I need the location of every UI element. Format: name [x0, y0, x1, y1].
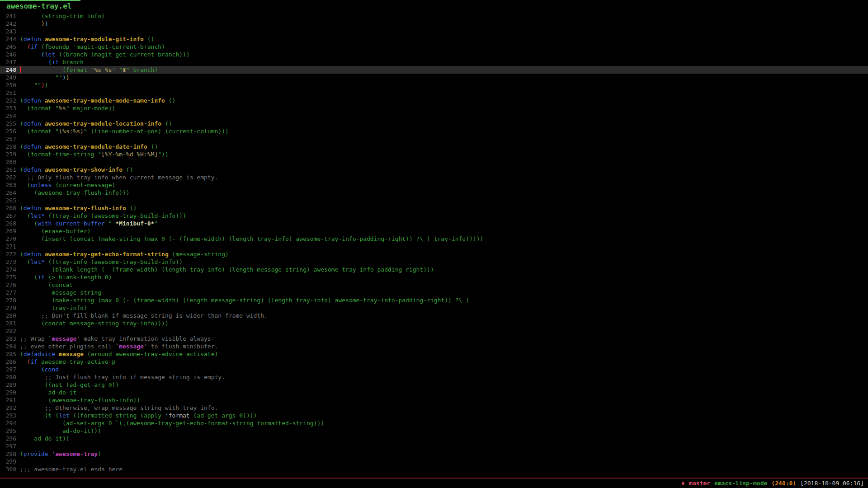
code-line-295[interactable]: 295 ad-do-it))): [0, 427, 868, 435]
line-number: 256: [0, 127, 16, 135]
code-line-296[interactable]: 296 ad-do-it)): [0, 435, 868, 442]
line-content: (format "%s %s" "♜" branch): [16, 66, 158, 74]
line-content: (string-trim info): [16, 12, 105, 20]
code-line-255[interactable]: 255(defun awesome-tray-module-location-i…: [0, 120, 868, 127]
code-line-246[interactable]: 246 (let ((branch (magit-get-current-bra…: [0, 51, 868, 58]
code-line-293[interactable]: 293 (t (let ((formatted-string (apply 'f…: [0, 412, 868, 419]
line-content: [16, 442, 20, 450]
code-line-259[interactable]: 259 (format-time-string "[%Y-%m-%d %H:%M…: [0, 150, 868, 158]
code-line-244[interactable]: 244(defun awesome-tray-module-git-info (…: [0, 35, 868, 43]
line-content: ad-do-it: [16, 389, 76, 396]
line-content: (let ((branch (magit-get-current-branch)…: [16, 51, 190, 58]
datetime-label: [2018-10-09 06:16]: [800, 480, 864, 487]
code-line-249[interactable]: 249 "")): [0, 74, 868, 81]
code-line-286[interactable]: 286 (if awesome-tray-active-p: [0, 358, 868, 366]
line-number: 259: [0, 150, 16, 158]
code-line-272[interactable]: 272(defun awesome-tray-get-echo-format-s…: [0, 250, 868, 258]
code-line-270[interactable]: 270 (insert (concat (make-string (max 0 …: [0, 235, 868, 243]
code-line-245[interactable]: 245 (if (fboundp 'magit-get-current-bran…: [0, 43, 868, 51]
code-line-291[interactable]: 291 (awesome-tray-flush-info)): [0, 396, 868, 404]
line-content: [16, 158, 20, 166]
code-line-266[interactable]: 266(defun awesome-tray-flush-info (): [0, 204, 868, 212]
code-line-263[interactable]: 263 (unless (current-message): [0, 181, 868, 189]
code-line-254[interactable]: 254: [0, 112, 868, 120]
line-content: (with-current-buffer " *Minibuf-0*": [16, 220, 158, 227]
code-line-297[interactable]: 297: [0, 442, 868, 450]
code-line-251[interactable]: 251: [0, 89, 868, 97]
line-number: 285: [0, 350, 16, 358]
line-content: (provide 'awesome-tray): [16, 450, 101, 458]
code-line-282[interactable]: 282: [0, 327, 868, 335]
code-line-277[interactable]: 277 message-string: [0, 289, 868, 296]
line-content: ;;; awesome-tray.el ends here: [16, 465, 123, 473]
code-line-294[interactable]: 294 (ad-set-args 0 `(,(awesome-tray-get-…: [0, 419, 868, 427]
code-line-257[interactable]: 257: [0, 135, 868, 143]
code-line-288[interactable]: 288 ;; Just flush tray info if message s…: [0, 373, 868, 381]
line-number: 265: [0, 197, 16, 204]
code-line-285[interactable]: 285(defadvice message (around awesome-tr…: [0, 350, 868, 358]
line-number: 279: [0, 304, 16, 312]
code-line-250[interactable]: 250 "")): [0, 81, 868, 89]
code-line-283[interactable]: 283;; Wrap `message' make tray informati…: [0, 335, 868, 343]
code-line-261[interactable]: 261(defun awesome-tray-show-info (): [0, 166, 868, 174]
code-line-284[interactable]: 284;; even other plugins call `message' …: [0, 343, 868, 350]
code-line-248[interactable]: 248 (format "%s %s" "♜" branch): [0, 66, 868, 74]
code-line-274[interactable]: 274 (blank-length (- (frame-width) (leng…: [0, 266, 868, 273]
line-number: 246: [0, 51, 16, 58]
awesome-tray: ♜ master emacs-lisp-mode (248:0) [2018-1…: [0, 479, 868, 488]
line-number: 249: [0, 74, 16, 81]
code-line-298[interactable]: 298(provide 'awesome-tray): [0, 450, 868, 458]
code-line-256[interactable]: 256 (format "(%s:%s)" (line-number-at-po…: [0, 127, 868, 135]
line-number: 255: [0, 120, 16, 127]
code-line-243[interactable]: 243: [0, 28, 868, 35]
code-line-253[interactable]: 253 (format "%s" major-mode)): [0, 104, 868, 112]
buffer-tab[interactable]: awesome-tray.el: [0, 0, 80, 10]
code-line-265[interactable]: 265: [0, 197, 868, 204]
code-line-300[interactable]: 300;;; awesome-tray.el ends here: [0, 465, 868, 473]
line-content: (make-string (max 0 (- (frame-width) (le…: [16, 296, 469, 304]
code-line-281[interactable]: 281 (concat message-string tray-info)))): [0, 319, 868, 327]
code-line-264[interactable]: 264 (awesome-tray-flush-info))): [0, 189, 868, 197]
code-line-273[interactable]: 273 (let* ((tray-info (awesome-tray-buil…: [0, 258, 868, 266]
line-content: [16, 243, 20, 250]
code-line-280[interactable]: 280 ;; Don't fill blank if message strin…: [0, 312, 868, 319]
code-line-292[interactable]: 292 ;; Otherwise, wrap message string wi…: [0, 404, 868, 412]
line-content: (defun awesome-tray-module-mode-name-inf…: [16, 97, 175, 104]
code-line-278[interactable]: 278 (make-string (max 0 (- (frame-width)…: [0, 296, 868, 304]
line-number: 267: [0, 212, 16, 220]
code-line-269[interactable]: 269 (erase-buffer): [0, 227, 868, 235]
code-line-252[interactable]: 252(defun awesome-tray-module-mode-name-…: [0, 97, 868, 104]
line-number: 260: [0, 158, 16, 166]
code-line-276[interactable]: 276 (concat: [0, 281, 868, 289]
code-line-247[interactable]: 247 (if branch: [0, 58, 868, 66]
code-line-267[interactable]: 267 (let* ((tray-info (awesome-tray-buil…: [0, 212, 868, 220]
code-line-241[interactable]: 241 (string-trim info): [0, 12, 868, 20]
code-line-262[interactable]: 262 ;; Only flush tray info when current…: [0, 174, 868, 181]
line-content: [16, 28, 20, 35]
code-line-268[interactable]: 268 (with-current-buffer " *Minibuf-0*": [0, 220, 868, 227]
code-line-275[interactable]: 275 (if (> blank-length 0): [0, 273, 868, 281]
code-line-289[interactable]: 289 ((not (ad-get-arg 0)): [0, 381, 868, 389]
line-number: 295: [0, 427, 16, 435]
code-line-299[interactable]: 299: [0, 458, 868, 465]
code-line-279[interactable]: 279 tray-info): [0, 304, 868, 312]
code-buffer[interactable]: 241 (string-trim info)242 ))243244(defun…: [0, 12, 868, 478]
line-content: (if (fboundp 'magit-get-current-branch): [16, 43, 165, 51]
line-content: (format-time-string "[%Y-%m-%d %H:%M]")): [16, 150, 169, 158]
line-number: 261: [0, 166, 16, 174]
code-line-287[interactable]: 287 (cond: [0, 366, 868, 373]
code-line-258[interactable]: 258(defun awesome-tray-module-date-info …: [0, 143, 868, 150]
line-content: [16, 197, 20, 204]
code-line-260[interactable]: 260: [0, 158, 868, 166]
code-line-290[interactable]: 290 ad-do-it: [0, 389, 868, 396]
line-number: 271: [0, 243, 16, 250]
code-line-271[interactable]: 271: [0, 243, 868, 250]
line-content: (awesome-tray-flush-info))): [16, 189, 130, 197]
code-line-242[interactable]: 242 )): [0, 20, 868, 28]
line-content: ;; Wrap `message' make tray information …: [16, 335, 211, 343]
line-content: (erase-buffer): [16, 227, 91, 235]
line-number: 276: [0, 281, 16, 289]
line-number: 251: [0, 89, 16, 97]
line-number: 290: [0, 389, 16, 396]
line-number: 283: [0, 335, 16, 343]
